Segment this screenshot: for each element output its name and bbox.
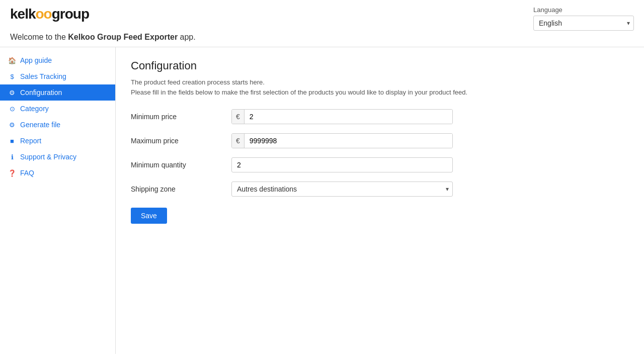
sidebar-item-label: Support & Privacy bbox=[20, 153, 76, 161]
logo-oo: oo bbox=[36, 6, 52, 22]
shipping-zone-select[interactable]: Autres destinations France Europe World bbox=[231, 182, 453, 197]
language-section: Language English French Spanish German ▾ bbox=[533, 6, 634, 31]
header: kelkoogroup Language English French Span… bbox=[0, 0, 644, 31]
language-label: Language bbox=[533, 6, 562, 14]
question-icon: ❓ bbox=[8, 169, 16, 177]
shipping-zone-select-wrapper: Autres destinations France Europe World … bbox=[231, 182, 453, 197]
minimum-price-input[interactable] bbox=[245, 110, 452, 124]
maximum-price-prefix: € bbox=[232, 134, 245, 148]
welcome-prefix: Welcome to the bbox=[10, 33, 68, 41]
minimum-price-prefix: € bbox=[232, 110, 245, 124]
minimum-price-input-wrapper: € bbox=[231, 109, 453, 124]
logo: kelkoogroup bbox=[10, 6, 89, 22]
sidebar-item-configuration[interactable]: ⚙ Configuration bbox=[0, 84, 115, 101]
sidebar-item-label: Generate file bbox=[20, 121, 60, 129]
sidebar-item-support-privacy[interactable]: ℹ Support & Privacy bbox=[0, 149, 115, 165]
sidebar-item-label: FAQ bbox=[20, 169, 34, 177]
maximum-price-label: Maximum price bbox=[131, 137, 231, 145]
sidebar-item-label: Category bbox=[20, 105, 49, 113]
sidebar-item-category[interactable]: ⊙ Category bbox=[0, 101, 115, 117]
sidebar-item-sales-tracking[interactable]: $ Sales Tracking bbox=[0, 68, 115, 84]
logo-group: group bbox=[52, 6, 89, 22]
minimum-quantity-input[interactable] bbox=[231, 157, 453, 172]
language-select[interactable]: English French Spanish German bbox=[533, 16, 634, 31]
sidebar-item-label: Configuration bbox=[20, 88, 62, 97]
logo-text-part1: kelk bbox=[10, 6, 36, 22]
gear-icon: ⚙ bbox=[8, 89, 16, 97]
main-layout: 🏠 App guide $ Sales Tracking ⚙ Configura… bbox=[0, 47, 644, 354]
info-icon: ℹ bbox=[8, 153, 16, 161]
sidebar-item-label: Report bbox=[20, 137, 41, 145]
sidebar-item-label: Sales Tracking bbox=[20, 72, 66, 80]
page-title: Configuration bbox=[131, 59, 629, 72]
minimum-price-label: Minimum price bbox=[131, 113, 231, 121]
sidebar-item-label: App guide bbox=[20, 56, 52, 64]
minimum-quantity-row: Minimum quantity bbox=[131, 157, 629, 172]
shipping-zone-label: Shipping zone bbox=[131, 185, 231, 193]
sidebar-item-faq[interactable]: ❓ FAQ bbox=[0, 165, 115, 181]
config-description: The product feed creation process starts… bbox=[131, 77, 629, 97]
config-desc-line1: The product feed creation process starts… bbox=[131, 77, 629, 87]
welcome-brand: Kelkoo Group Feed Exporter bbox=[68, 33, 178, 41]
dollar-icon: $ bbox=[8, 73, 16, 80]
generate-icon: ⚙ bbox=[8, 121, 16, 129]
shipping-zone-row: Shipping zone Autres destinations France… bbox=[131, 182, 629, 197]
sidebar: 🏠 App guide $ Sales Tracking ⚙ Configura… bbox=[0, 47, 116, 354]
save-button[interactable]: Save bbox=[131, 208, 167, 224]
config-desc-line2: Please fill in the fields below to make … bbox=[131, 87, 629, 98]
welcome-bar: Welcome to the Kelkoo Group Feed Exporte… bbox=[0, 31, 644, 47]
maximum-price-row: Maximum price € bbox=[131, 133, 629, 148]
main-content: Configuration The product feed creation … bbox=[116, 47, 644, 354]
welcome-suffix: app. bbox=[178, 33, 196, 41]
sidebar-item-report[interactable]: ■ Report bbox=[0, 133, 115, 149]
maximum-price-input-wrapper: € bbox=[231, 133, 453, 148]
welcome-text: Welcome to the Kelkoo Group Feed Exporte… bbox=[10, 33, 196, 41]
language-select-wrapper: English French Spanish German ▾ bbox=[533, 16, 634, 31]
maximum-price-input[interactable] bbox=[245, 134, 452, 148]
minimum-quantity-label: Minimum quantity bbox=[131, 161, 231, 169]
home-icon: 🏠 bbox=[8, 57, 16, 64]
circle-icon: ⊙ bbox=[8, 105, 16, 113]
sidebar-item-generate-file[interactable]: ⚙ Generate file bbox=[0, 117, 115, 133]
minimum-price-row: Minimum price € bbox=[131, 109, 629, 124]
sidebar-item-app-guide[interactable]: 🏠 App guide bbox=[0, 52, 115, 68]
report-icon: ■ bbox=[8, 137, 16, 145]
